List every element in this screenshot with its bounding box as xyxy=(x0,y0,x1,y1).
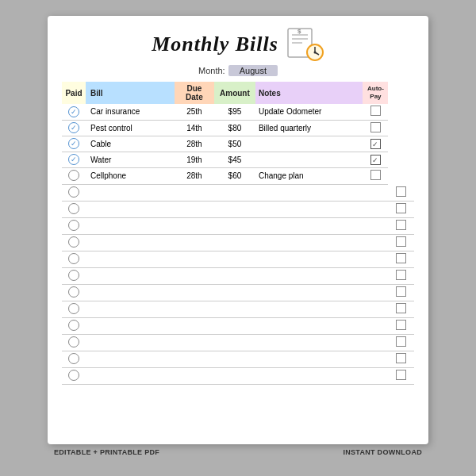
cell-paid-empty[interactable] xyxy=(62,284,86,301)
cell-empty xyxy=(255,267,363,284)
cell-bill: Water xyxy=(86,152,175,167)
cell-auto-empty[interactable] xyxy=(388,334,414,351)
cell-notes: Update Odometer xyxy=(255,104,363,120)
cell-due: 19th xyxy=(175,152,214,167)
cell-empty xyxy=(86,184,175,201)
bill-icon: $ xyxy=(286,27,324,62)
cell-paid-empty[interactable] xyxy=(62,267,86,284)
month-row: Month: August xyxy=(62,65,414,76)
cell-auto-empty[interactable] xyxy=(388,184,414,201)
cell-amount: $60 xyxy=(214,167,255,184)
cell-empty xyxy=(86,334,175,351)
cell-paid[interactable]: ✓ xyxy=(62,104,86,120)
cell-auto-empty[interactable] xyxy=(388,251,414,267)
cell-empty xyxy=(86,234,175,251)
cell-amount: $80 xyxy=(214,120,255,136)
cell-notes xyxy=(255,136,363,152)
cell-auto[interactable] xyxy=(363,104,388,120)
cell-paid[interactable]: ✓ xyxy=(62,136,86,152)
header-notes: Notes xyxy=(255,82,363,104)
cell-empty xyxy=(175,317,214,334)
cell-empty xyxy=(214,317,255,334)
cell-auto[interactable]: ✓ xyxy=(363,136,388,152)
cell-empty xyxy=(363,184,388,201)
header-due: Due Date xyxy=(175,82,214,104)
cell-paid[interactable]: ✓ xyxy=(62,120,86,136)
cell-auto[interactable] xyxy=(363,120,388,136)
cell-empty xyxy=(86,267,175,284)
cell-empty xyxy=(214,284,255,301)
cell-paid-empty[interactable] xyxy=(62,201,86,217)
cell-empty xyxy=(175,234,214,251)
cell-empty xyxy=(86,317,175,334)
cell-empty xyxy=(363,234,388,251)
cell-notes xyxy=(255,152,363,167)
cell-auto-empty[interactable] xyxy=(388,217,414,234)
cell-empty xyxy=(214,334,255,351)
monthly-bills-page: Monthly Bills $ Month: August Paid Bill xyxy=(48,16,428,444)
cell-paid-empty[interactable] xyxy=(62,351,86,367)
svg-point-8 xyxy=(313,52,316,54)
cell-empty xyxy=(175,251,214,267)
cell-notes: Billed quarterly xyxy=(255,120,363,136)
cell-paid-empty[interactable] xyxy=(62,184,86,201)
cell-due: 14th xyxy=(175,120,214,136)
cell-paid-empty[interactable] xyxy=(62,234,86,251)
cell-amount: $95 xyxy=(214,104,255,120)
cell-paid-empty[interactable] xyxy=(62,217,86,234)
cell-empty xyxy=(363,334,388,351)
cell-due: 28th xyxy=(175,167,214,184)
cell-auto-empty[interactable] xyxy=(388,234,414,251)
cell-empty xyxy=(214,201,255,217)
cell-paid-empty[interactable] xyxy=(62,251,86,267)
cell-auto-empty[interactable] xyxy=(388,267,414,284)
cell-empty xyxy=(86,284,175,301)
cell-auto-empty[interactable] xyxy=(388,317,414,334)
header-amount: Amount xyxy=(214,82,255,104)
cell-empty xyxy=(175,351,214,367)
header-auto: Auto-Pay xyxy=(363,82,388,104)
cell-empty xyxy=(255,251,363,267)
cell-empty xyxy=(255,184,363,201)
cell-bill: Car insurance xyxy=(86,104,175,120)
header-bill: Bill xyxy=(86,82,175,104)
cell-bill: Pest control xyxy=(86,120,175,136)
cell-paid[interactable] xyxy=(62,167,86,184)
cell-auto[interactable] xyxy=(363,167,388,184)
cell-empty xyxy=(363,251,388,267)
cell-auto-empty[interactable] xyxy=(388,301,414,317)
month-label: Month: xyxy=(198,66,225,75)
cell-amount: $50 xyxy=(214,136,255,152)
bottom-right-label: INSTANT DOWNLOAD xyxy=(343,448,422,456)
cell-auto-empty[interactable] xyxy=(388,201,414,217)
empty-row xyxy=(62,351,414,367)
cell-empty xyxy=(86,351,175,367)
cell-auto-empty[interactable] xyxy=(388,367,414,384)
header-paid: Paid xyxy=(62,82,86,104)
cell-paid-empty[interactable] xyxy=(62,301,86,317)
cell-empty xyxy=(86,201,175,217)
empty-row xyxy=(62,184,414,201)
cell-empty xyxy=(175,301,214,317)
cell-paid[interactable]: ✓ xyxy=(62,152,86,167)
cell-empty xyxy=(255,351,363,367)
cell-amount: $45 xyxy=(214,152,255,167)
cell-empty xyxy=(214,251,255,267)
cell-empty xyxy=(363,301,388,317)
cell-auto-empty[interactable] xyxy=(388,284,414,301)
cell-empty xyxy=(363,217,388,234)
cell-empty xyxy=(86,301,175,317)
cell-empty xyxy=(214,351,255,367)
empty-row xyxy=(62,234,414,251)
cell-paid-empty[interactable] xyxy=(62,317,86,334)
cell-auto[interactable]: ✓ xyxy=(363,152,388,167)
bottom-bar: EDITABLE + PRINTABLE PDF INSTANT DOWNLOA… xyxy=(48,444,428,460)
cell-notes: Change plan xyxy=(255,167,363,184)
cell-paid-empty[interactable] xyxy=(62,334,86,351)
cell-paid-empty[interactable] xyxy=(62,367,86,384)
cell-empty xyxy=(175,284,214,301)
cell-empty xyxy=(175,217,214,234)
empty-row xyxy=(62,217,414,234)
cell-empty xyxy=(255,334,363,351)
cell-auto-empty[interactable] xyxy=(388,351,414,367)
